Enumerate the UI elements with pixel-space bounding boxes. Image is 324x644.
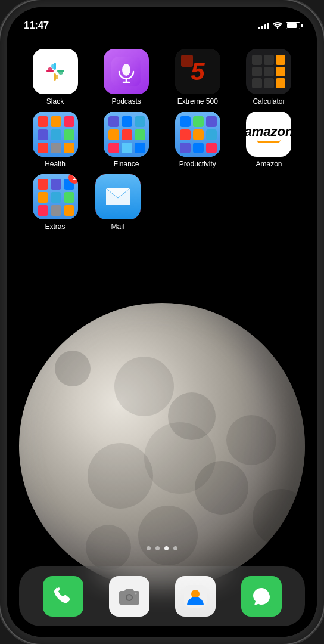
extras-folder-icon[interactable]: 1 (33, 174, 78, 219)
dock-messages[interactable] (241, 576, 282, 617)
page-dot-1[interactable] (147, 546, 151, 550)
amazon-icon[interactable]: amazon (246, 112, 291, 157)
svg-point-8 (51, 64, 56, 69)
app-health-folder[interactable]: Health (24, 112, 86, 168)
page-dot-2[interactable] (155, 546, 160, 550)
mail-label: Mail (111, 222, 124, 231)
health-label: Health (45, 160, 66, 168)
wifi-icon (273, 21, 282, 30)
svg-rect-16 (181, 55, 193, 67)
extreme500-label: Extreme 500 (177, 97, 218, 106)
amazon-label: Amazon (256, 160, 282, 168)
status-icons (258, 21, 300, 30)
slack-label: Slack (46, 97, 64, 106)
app-extreme500[interactable]: 5 Extreme 500 (166, 49, 229, 106)
app-row-3: 1 Extras Mail (24, 174, 300, 231)
battery-icon (286, 22, 300, 29)
phone-screen: 11:47 (7, 7, 317, 637)
dock-contacts-icon[interactable] (175, 576, 216, 617)
svg-point-0 (277, 27, 278, 29)
app-grid: Slack (7, 40, 317, 237)
extras-label: Extras (45, 222, 65, 231)
app-calculator[interactable]: Calculator (238, 49, 300, 106)
app-podcasts[interactable]: Podcasts (95, 49, 158, 106)
app-finance-folder[interactable]: Finance (95, 112, 158, 168)
app-row-2: Health (24, 112, 300, 168)
signal-icon (258, 22, 269, 29)
page-dots (7, 546, 317, 550)
app-row-1: Slack (24, 49, 300, 106)
podcasts-label: Podcasts (111, 97, 141, 106)
svg-point-9 (54, 75, 58, 79)
productivity-label: Productivity (179, 160, 216, 168)
phone-device: 11:47 (0, 0, 324, 644)
productivity-folder-icon[interactable] (175, 112, 220, 157)
svg-point-20 (135, 593, 136, 595)
app-slack[interactable]: Slack (24, 49, 86, 106)
notch (123, 7, 201, 24)
slack-icon[interactable] (33, 49, 78, 94)
page-dot-4[interactable] (173, 546, 177, 550)
svg-point-11 (122, 64, 130, 76)
svg-point-7 (58, 70, 63, 75)
app-productivity-folder[interactable]: Productivity (166, 112, 229, 168)
mail-highlight-ring (95, 174, 141, 219)
podcasts-icon[interactable] (104, 49, 149, 94)
svg-point-22 (191, 590, 200, 598)
app-extras-folder[interactable]: 1 Extras (24, 174, 86, 231)
health-folder-icon[interactable] (33, 112, 78, 157)
dock (19, 566, 305, 626)
dock-phone-icon[interactable] (43, 576, 83, 617)
app-mail[interactable]: Mail (86, 174, 149, 231)
app-amazon[interactable]: amazon Amazon (238, 112, 300, 168)
finance-folder-icon[interactable] (104, 112, 149, 157)
svg-point-19 (127, 595, 132, 600)
calculator-icon[interactable] (246, 49, 291, 94)
svg-rect-1 (40, 57, 70, 86)
page-dot-3[interactable] (164, 546, 169, 550)
dock-camera-icon[interactable] (109, 576, 149, 617)
dock-contacts[interactable] (175, 576, 216, 617)
dock-camera[interactable] (109, 576, 149, 617)
dock-phone[interactable] (43, 576, 83, 617)
calculator-label: Calculator (253, 97, 285, 106)
extreme500-icon[interactable]: 5 (175, 49, 220, 94)
status-time: 11:47 (24, 20, 49, 32)
dock-messages-icon[interactable] (241, 576, 282, 617)
svg-point-6 (48, 67, 52, 72)
mail-icon[interactable] (95, 174, 141, 219)
finance-label: Finance (114, 160, 139, 168)
